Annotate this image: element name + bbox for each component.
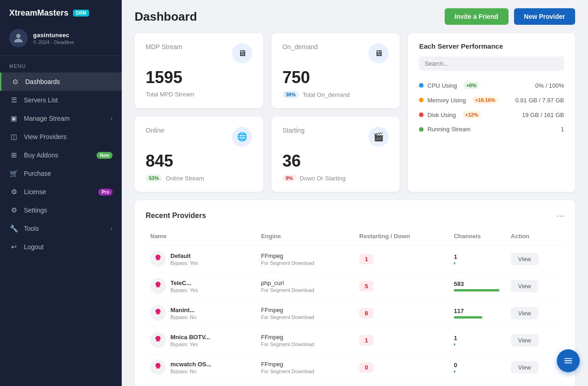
provider-logo xyxy=(150,278,166,294)
channels-num: 0 xyxy=(454,362,502,369)
provider-logo xyxy=(150,332,166,348)
provider-name: TeleC... xyxy=(170,280,198,286)
card-starting: Starting 🎬 36 9% Down Or Starting xyxy=(271,117,400,192)
sidebar-item-buy-addons[interactable]: ⊞ Buy Addons New xyxy=(0,146,122,164)
provider-logo xyxy=(150,305,166,321)
view-button[interactable]: View xyxy=(511,307,538,319)
servers-icon: ☰ xyxy=(9,96,18,104)
card-label-mdp: MDP Stream xyxy=(146,43,182,50)
performance-search[interactable] xyxy=(419,56,564,71)
page-title: Dashboard xyxy=(135,10,197,24)
provider-logo xyxy=(150,251,166,267)
channels-bar xyxy=(454,370,455,373)
manage-stream-icon: ▣ xyxy=(9,114,18,123)
providers-more-button[interactable]: ··· xyxy=(556,210,564,221)
sidebar-item-label: Logout xyxy=(24,243,113,251)
invite-friend-button[interactable]: Invite a Friend xyxy=(445,8,509,25)
license-icon: ⚙ xyxy=(9,188,18,196)
provider-bypass: Bypass: Yes xyxy=(170,287,198,293)
drm-badge: DRM xyxy=(73,10,89,17)
sidebar-item-label: Dashboards xyxy=(25,78,113,85)
provider-name-cell: TeleC... Bypass: Yes xyxy=(150,278,252,294)
sidebar-item-label: Settings xyxy=(24,207,113,214)
restart-badge: 1 xyxy=(359,335,373,346)
sidebar-item-label: Manage Stream xyxy=(24,115,105,122)
restart-badge: 1 xyxy=(359,254,373,264)
engine-type: For Segment Download xyxy=(261,287,350,293)
memory-change: +10.16% xyxy=(472,96,498,104)
performance-card: Each Server Performance CPU Using +0% 0%… xyxy=(408,33,575,192)
provider-name: Default xyxy=(170,252,198,259)
restart-badge: 5 xyxy=(359,281,373,291)
table-row: Mnica BOTV... Bypass: Yes FFmpeg For Seg… xyxy=(146,327,564,354)
buy-addons-icon: ⊞ xyxy=(9,151,18,159)
sidebar-item-label: Purchase xyxy=(24,170,113,177)
new-provider-button[interactable]: New Provider xyxy=(514,8,575,25)
nav-menu: ⊙ Dashboards ☰ Servers List ▣ Manage Str… xyxy=(0,73,122,256)
sidebar-item-label: License xyxy=(24,188,93,196)
provider-name-cell: Default Bypass: Yes xyxy=(150,251,252,267)
perf-row-memory: Memory Using +10.16% 0.81 GB / 7.97 GB xyxy=(419,93,564,107)
user-sub: © 2024 - Deadline xyxy=(33,39,74,45)
sidebar-item-license[interactable]: ⚙ License Pro xyxy=(0,183,122,201)
sidebar-item-logout[interactable]: ↩ Logout xyxy=(0,238,122,256)
card-value-online: 845 xyxy=(146,151,252,171)
sidebar-item-tools[interactable]: 🔧 Tools › xyxy=(0,219,122,238)
channels-cell: 117 xyxy=(454,308,502,319)
channels-bar xyxy=(454,289,499,291)
sidebar-item-purchase[interactable]: 🛒 Purchase xyxy=(0,164,122,183)
sidebar-item-servers-list[interactable]: ☰ Servers List xyxy=(0,91,122,109)
card-label-starting: Starting xyxy=(283,127,305,134)
new-badge: New xyxy=(96,152,113,159)
settings-icon: ⚙ xyxy=(9,206,18,214)
col-name: Name xyxy=(146,229,256,246)
sidebar-item-label: View Providers xyxy=(24,133,113,140)
sidebar-item-dashboards[interactable]: ⊙ Dashboards xyxy=(0,73,122,91)
memory-value: 0.81 GB / 7.97 GB xyxy=(515,97,564,104)
fab-button[interactable] xyxy=(557,349,580,372)
card-label-online: Online xyxy=(146,127,164,134)
cpu-dot xyxy=(419,83,424,88)
table-row: mcwatch OS... Bypass: No FFmpeg For Segm… xyxy=(146,354,564,381)
table-row: Default Bypass: Yes FFmpeg For Segment D… xyxy=(146,246,564,273)
sidebar-item-view-providers[interactable]: ◫ View Providers xyxy=(0,128,122,146)
provider-bypass: Bypass: Yes xyxy=(170,341,210,347)
sidebar: XtreamMasters DRM gasintuneec © 2024 - D… xyxy=(0,0,122,386)
engine-type: For Segment Download xyxy=(261,341,350,347)
card-footer-starting: Down Or Starting xyxy=(300,175,346,182)
channels-num: 1 xyxy=(454,253,502,260)
provider-name: Manint... xyxy=(170,307,196,313)
provider-name: mcwatch OS... xyxy=(170,361,211,368)
channels-cell: 1 xyxy=(454,335,502,346)
channels-bar xyxy=(454,316,482,319)
view-button[interactable]: View xyxy=(511,280,538,292)
disk-value: 19 GB / 161 GB xyxy=(522,112,564,118)
running-label: Running Stream xyxy=(427,126,470,133)
view-button[interactable]: View xyxy=(511,361,538,374)
col-restarting: Restarting / Down xyxy=(355,229,449,246)
svg-point-10 xyxy=(158,365,160,367)
providers-table: Name Engine Restarting / Down Channels A… xyxy=(146,229,564,381)
cpu-value: 0% / 100% xyxy=(535,82,564,89)
chevron-down-icon: › xyxy=(111,115,113,122)
starting-icon: 🎬 xyxy=(368,127,389,147)
view-button[interactable]: View xyxy=(511,334,538,347)
menu-label: Menu xyxy=(0,56,122,73)
performance-title: Each Server Performance xyxy=(419,42,564,50)
sidebar-item-manage-stream[interactable]: ▣ Manage Stream › xyxy=(0,109,122,128)
view-button[interactable]: View xyxy=(511,253,538,265)
username: gasintuneec xyxy=(33,32,74,39)
card-on-demand: On_demand 🖥 750 38% Total On_demand xyxy=(271,33,400,108)
restart-badge: 0 xyxy=(359,362,373,373)
col-action: Action xyxy=(506,229,564,246)
sidebar-item-label: Tools xyxy=(24,225,105,232)
engine-name: FFmpeg xyxy=(261,252,350,259)
sidebar-item-settings[interactable]: ⚙ Settings xyxy=(0,201,122,219)
disk-change: +12% xyxy=(463,111,481,118)
provider-logo xyxy=(150,359,166,375)
engine-type: For Segment Download xyxy=(261,314,350,320)
pro-badge: Pro xyxy=(98,189,113,196)
brand-name: XtreamMasters xyxy=(9,8,68,18)
mdp-icon: 🖥 xyxy=(232,43,252,63)
providers-title: Recent Providers xyxy=(146,212,206,220)
